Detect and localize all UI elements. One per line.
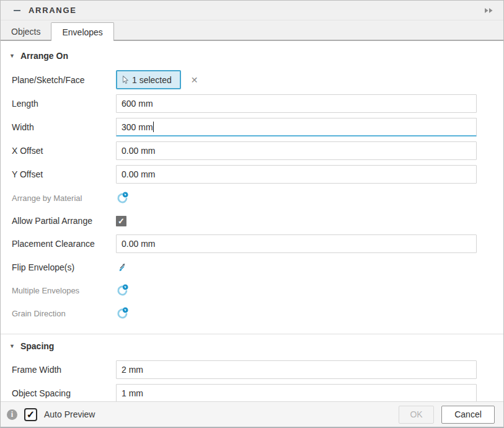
clear-selection-icon[interactable]: ✕ [191,76,198,84]
selection-cursor-icon [122,75,129,85]
tab-envelopes[interactable]: Envelopes [51,22,113,41]
frame-width-input[interactable] [116,360,477,379]
field-label: Plane/Sketch/Face [12,75,116,85]
cancel-button[interactable]: Cancel [441,406,495,424]
width-input[interactable] [116,118,477,136]
section-collapse-icon: ▼ [9,53,15,59]
collapse-icon[interactable] [14,10,20,11]
field-label: Flip Envelope(s) [12,262,116,272]
field-label: Frame Width [12,365,116,375]
placement-clearance-input[interactable] [116,234,477,253]
row-x-offset: X Offset [1,141,503,160]
section-divider [1,334,503,334]
check-icon: ✓ [118,216,125,226]
row-multiple-envelopes: Multiple Envelopes [1,282,503,299]
computing-spinner-icon [116,192,129,205]
row-arrange-by-material: Arrange by Material [1,189,503,207]
row-plane-sketch-face: Plane/Sketch/Face 1 selected ✕ [1,70,503,89]
dialog-title: ARRANGE [29,6,77,15]
y-offset-input[interactable] [116,165,477,184]
arrange-dialog: ARRANGE Objects Envelopes ▼ Arrange On P… [0,0,504,428]
field-label: Width [12,122,116,132]
info-glyph: i [11,410,13,419]
ok-button[interactable]: OK [399,406,434,424]
info-icon[interactable]: i [7,409,17,420]
row-allow-partial-arrange: Allow Partial Arrange ✓ [1,212,503,230]
selection-button[interactable]: 1 selected [116,70,181,89]
dialog-body: ▼ Arrange On Plane/Sketch/Face 1 selecte… [1,49,503,403]
row-placement-clearance: Placement Clearance [1,234,503,253]
row-frame-width: Frame Width [1,360,503,379]
flip-envelope-icon[interactable] [116,261,128,274]
tab-objects[interactable]: Objects [1,23,51,40]
computing-spinner-icon [116,307,129,320]
length-input[interactable] [116,94,477,113]
auto-preview-label: Auto Preview [44,409,95,419]
tab-bar: Objects Envelopes [1,20,503,41]
computing-spinner-icon [116,284,129,297]
row-object-spacing: Object Spacing [1,384,503,403]
section-title: Spacing [20,341,54,351]
section-spacing[interactable]: ▼ Spacing [9,339,503,353]
field-label: Object Spacing [12,388,116,398]
dialog-header: ARRANGE [1,1,503,20]
row-length: Length [1,94,503,113]
section-arrange-on[interactable]: ▼ Arrange On [9,49,503,63]
field-label: X Offset [12,146,116,156]
section-title: Arrange On [20,51,68,61]
auto-preview-checkbox[interactable]: ✓ [24,408,37,421]
row-y-offset: Y Offset [1,165,503,184]
dialog-footer: i ✓ Auto Preview OK Cancel [1,401,503,427]
field-label: Multiple Envelopes [12,286,116,295]
object-spacing-input[interactable] [116,384,477,403]
text-caret [153,122,154,132]
field-label: Grain Direction [12,309,116,318]
row-grain-direction: Grain Direction [1,305,503,322]
section-collapse-icon: ▼ [9,343,15,349]
x-offset-input[interactable] [116,141,477,160]
field-label: Length [12,99,116,109]
field-label: Placement Clearance [12,239,116,249]
field-label: Allow Partial Arrange [12,216,116,226]
pin-overflow-icon[interactable] [482,5,496,16]
check-icon: ✓ [27,409,35,421]
field-label: Arrange by Material [12,194,116,203]
allow-partial-checkbox[interactable]: ✓ [116,216,126,226]
field-label: Y Offset [12,169,116,179]
selection-count: 1 selected [132,75,172,85]
row-flip-envelopes: Flip Envelope(s) [1,259,503,276]
row-width: Width [1,118,503,136]
